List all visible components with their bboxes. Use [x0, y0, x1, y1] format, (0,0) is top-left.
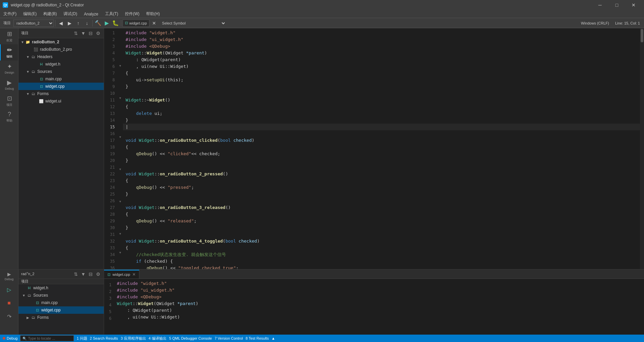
lower-stop-button[interactable]: ■: [0, 296, 18, 310]
lower-tab-close[interactable]: ✕: [132, 272, 136, 277]
minimize-button[interactable]: ─: [592, 0, 608, 10]
lower-forms-folder[interactable]: ▶ 🗂 Forms: [18, 314, 104, 321]
sidebar-help[interactable]: ? 帮助: [0, 109, 18, 125]
project-label: 项目: [1, 20, 13, 26]
maximize-button[interactable]: □: [609, 0, 625, 10]
lower-code-area: ⊡ widget.cpp ✕ 1 2 3 4 5 6 #include "wid…: [104, 269, 644, 335]
build-button[interactable]: 🔨: [94, 19, 102, 27]
ln-33: 33: [104, 245, 115, 251]
lower-settings-icon[interactable]: ⚙: [95, 271, 101, 277]
project-selector[interactable]: radioButton_2: [13, 19, 54, 27]
fold-32[interactable]: ▼: [118, 231, 123, 237]
lower-main-cpp[interactable]: ⊡ main.cpp: [18, 299, 104, 306]
forms-folder[interactable]: ▼ 🗂 Forms: [18, 90, 104, 97]
symbol-selector[interactable]: Select Symbol: [159, 19, 226, 27]
menu-analyze[interactable]: Analyze: [81, 10, 102, 18]
fold-35[interactable]: ▼: [118, 250, 123, 255]
lower-widget-cpp-name: widget.cpp: [41, 308, 60, 312]
nav-back-button[interactable]: ◀: [57, 19, 65, 27]
app-output-button[interactable]: 3 应用程序输出: [121, 336, 146, 341]
menu-file[interactable]: 文件(F): [0, 10, 20, 18]
window-controls: ─ □ ✕: [592, 0, 641, 10]
ln-1: 1: [104, 30, 115, 36]
lower-widget-cpp-tab[interactable]: ⊡ widget.cpp ✕: [104, 270, 139, 279]
help-icon: ?: [8, 111, 11, 118]
fold-6[interactable]: ▼: [118, 63, 123, 69]
forms-folder-icon: 🗂: [31, 91, 36, 96]
qml-debugger-button[interactable]: 5 QML Debugger Console: [169, 336, 212, 340]
code-line-34: //checked状态发生改变. 就会触发这个信号: [123, 251, 640, 258]
code-editor[interactable]: 1 2 3 4 5 6 7 8 9 10 11 12 13 14 15 16 1: [104, 28, 644, 269]
pro-file[interactable]: ⬛ radioButton_2.pro: [18, 46, 104, 53]
fold-17[interactable]: ▼: [118, 134, 123, 140]
code-line-35: if (checked) {: [123, 258, 640, 265]
lower-code-line-4: Widget::Widget(QWidget *parent): [114, 300, 644, 307]
tab-close-toolbar[interactable]: ✕: [150, 19, 158, 27]
lower-widget-h[interactable]: H widget.h: [18, 284, 104, 292]
search-input[interactable]: [28, 336, 72, 340]
fold-27[interactable]: ▼: [118, 199, 123, 204]
ln-32: 32: [104, 238, 115, 245]
menu-build[interactable]: 构建(B): [40, 10, 60, 18]
sidebar-edit[interactable]: ✏ 编辑: [0, 44, 18, 60]
lower-sync-icon[interactable]: ⇅: [73, 271, 79, 277]
lower-filter-icon[interactable]: ▼: [80, 271, 86, 277]
menu-debug[interactable]: 调试(D): [60, 10, 81, 18]
lower-collapse-icon[interactable]: ⊟: [88, 271, 94, 277]
scrollbar-thumb[interactable]: [641, 29, 643, 42]
lower-debug-button[interactable]: ▶ Debug: [0, 269, 18, 283]
main-cpp-file[interactable]: ⊡ main.cpp: [18, 75, 104, 83]
search-results-button[interactable]: 2 Search Results: [90, 336, 118, 340]
run-button[interactable]: ▶: [103, 19, 111, 27]
sidebar-welcome-label: 欢迎: [6, 38, 12, 43]
sidebar-debug[interactable]: ▶ Debug: [0, 77, 18, 93]
collapse-icon[interactable]: ⊟: [88, 30, 94, 36]
project-root[interactable]: ▼ 📁 radioButton_2: [18, 38, 104, 46]
test-results-button[interactable]: 8 Test Results: [246, 336, 269, 340]
vertical-scrollbar[interactable]: [640, 28, 644, 269]
lower-sources-folder[interactable]: ▼ 🗂 Sources: [18, 292, 104, 299]
fold-11[interactable]: ▼: [118, 95, 123, 101]
code-line-4: Widget::Widget(QWidget *parent): [123, 50, 640, 56]
menu-controls[interactable]: 控件(W): [122, 10, 143, 18]
sidebar-debug-label: Debug: [5, 87, 14, 90]
code-text[interactable]: #include "widget.h" #include "ui_widget.…: [123, 28, 640, 269]
lower-code-text[interactable]: 1 2 3 4 5 6 #include "widget.h" #include…: [104, 279, 644, 335]
build-output-button[interactable]: 4 编译输出: [149, 336, 167, 341]
widget-cpp-file[interactable]: ⊡ widget.cpp: [18, 83, 104, 90]
widget-ui-file[interactable]: ⬜ widget.ui: [18, 97, 104, 105]
issues-button[interactable]: 1 问题: [77, 336, 87, 341]
settings-icon[interactable]: ⚙: [95, 30, 101, 36]
menu-edit[interactable]: 编辑(E): [20, 10, 40, 18]
lower-step-button[interactable]: ↷: [0, 310, 18, 323]
fold-22[interactable]: ▼: [118, 167, 123, 172]
lower-step-icon: ↷: [7, 313, 11, 320]
lower-code-line-6: , ui(new Ui::Widget): [114, 314, 644, 320]
sidebar-welcome[interactable]: ⊞ 欢迎: [0, 28, 18, 44]
ln-6: 6: [104, 63, 115, 70]
nav-forward-button[interactable]: ▶: [65, 19, 74, 27]
sidebar-project[interactable]: ⊡ 项目: [0, 93, 18, 109]
widget-h-file[interactable]: H widget.h: [18, 60, 104, 68]
lower-widget-cpp[interactable]: ⊡ widget.cpp: [18, 306, 104, 314]
expand-results-icon[interactable]: ▲: [271, 336, 275, 340]
lower-play-button[interactable]: ▷: [0, 283, 18, 296]
nav-down-button[interactable]: ↓: [83, 19, 91, 27]
headers-folder[interactable]: ▼ 🗂 Headers: [18, 53, 104, 60]
nav-up-button[interactable]: ↑: [74, 19, 82, 27]
filter-icon[interactable]: ▼: [80, 30, 86, 36]
ln-5: 5: [104, 56, 115, 63]
version-control-button[interactable]: 7 Version Control: [215, 336, 243, 340]
sources-folder[interactable]: ▼ 🗂 Sources: [18, 68, 104, 75]
menu-help[interactable]: 帮助(H): [143, 10, 163, 18]
sync-icon[interactable]: ⇅: [73, 30, 79, 36]
ln-13: 13: [104, 110, 115, 117]
lower-code-tabs: ⊡ widget.cpp ✕: [104, 269, 644, 279]
lower-cpp-icon-main: ⊡: [35, 300, 40, 305]
lln-5: 5: [104, 308, 111, 315]
close-button[interactable]: ✕: [626, 0, 641, 10]
menu-tools[interactable]: 工具(T): [102, 10, 122, 18]
debug-run-button[interactable]: 🐛: [111, 19, 120, 27]
search-box: 🔍: [20, 335, 74, 341]
sidebar-design[interactable]: ✦ Design: [0, 60, 18, 77]
